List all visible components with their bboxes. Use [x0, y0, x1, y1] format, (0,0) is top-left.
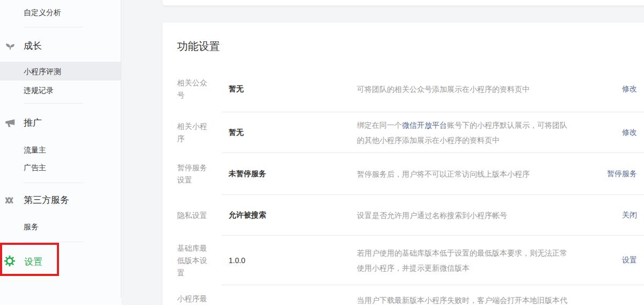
sidebar-section-promotion[interactable]: 推广 [24, 117, 42, 129]
row-description: 当用户下载最新版本小程序失败时，客户端会打开本地旧版本代 [357, 293, 574, 305]
table-row-miniprogram-min: 小程序最 当用户下载最新版本小程序失败时，客户端会打开本地旧版本代 [163, 285, 644, 305]
function-settings-card: 功能设置 相关公众号 暂无 可将团队的相关公众号添加展示在小程序的资料页中 修改… [163, 23, 644, 305]
row-description: 绑定在同一个微信开放平台账号下的小程序默认展示，可将团队的其他小程序添加展示在小… [357, 118, 574, 148]
row-value: 未暂停服务 [229, 169, 357, 179]
pause-service-link[interactable]: 暂停服务 [607, 169, 637, 179]
row-label: 小程序最 [177, 293, 207, 305]
highlight-box [0, 243, 59, 276]
table-row-pause-service: 暂停服务设置 未暂停服务 暂停服务后，用户将不可以正常访问线上版本小程序 暂停服… [163, 153, 644, 195]
row-value: 1.0.0 [229, 256, 357, 265]
row-value: 暂无 [229, 128, 357, 137]
sidebar-item-violation-records[interactable]: 违规记录 [24, 85, 54, 95]
row-description: 可将团队的相关公众号添加展示在小程序的资料页中 [357, 82, 574, 97]
table-row-related-miniprogram: 相关小程序 暂无 绑定在同一个微信开放平台账号下的小程序默认展示，可将团队的其他… [163, 112, 644, 153]
sidebar-border [121, 0, 121, 297]
wechat-open-platform-link[interactable]: 微信开放平台 [402, 121, 447, 129]
row-description: 暂停服务后，用户将不可以正常访问线上版本小程序 [357, 166, 574, 181]
third-party-icon [4, 195, 16, 207]
megaphone-icon [4, 118, 16, 129]
table-row-privacy-settings: 隐私设置 允许被搜索 设置是否允许用户通过名称搜索到小程序帐号 关闭 [163, 195, 644, 236]
row-label: 相关公众号 [177, 77, 209, 101]
modify-link[interactable]: 修改 [622, 84, 637, 94]
sidebar-divider [24, 242, 83, 242]
sidebar-item-service[interactable]: 服务 [24, 222, 39, 231]
sidebar-divider [24, 183, 83, 183]
sidebar-item-custom-analysis[interactable]: 自定义分析 [24, 8, 61, 17]
row-label: 隐私设置 [177, 209, 207, 222]
sidebar-item-traffic-owner[interactable]: 流量主 [24, 145, 46, 155]
row-label: 暂停服务设置 [177, 162, 209, 186]
sidebar-divider [24, 103, 83, 104]
row-label: 相关小程序 [177, 120, 209, 145]
row-description: 若用户使用的基础库版本低于设置的最低版本要求，则无法正常使用小程序，并提示更新微… [357, 245, 574, 275]
sidebar-section-third-party[interactable]: 第三方服务 [24, 194, 69, 206]
sidebar-section-growth[interactable]: 成长 [24, 40, 42, 52]
sidebar-item-advertiser[interactable]: 广告主 [24, 163, 46, 172]
description-text: 绑定在同一个 [357, 121, 402, 129]
sidebar: 自定义分析 成长 小程序评测 违规记录 推广 流量主 广告主 第三方服务 服务 [0, 0, 121, 305]
close-link[interactable]: 关闭 [622, 210, 637, 220]
sprout-icon [4, 41, 16, 53]
row-label: 基础库最低版本设置 [177, 242, 209, 279]
modify-link[interactable]: 修改 [622, 128, 637, 137]
row-value: 暂无 [229, 84, 357, 94]
table-row-related-official-account: 相关公众号 暂无 可将团队的相关公众号添加展示在小程序的资料页中 修改 [163, 66, 644, 112]
set-link[interactable]: 设置 [622, 256, 637, 265]
row-value: 允许被搜索 [229, 210, 357, 220]
page-title: 功能设置 [163, 23, 644, 66]
table-row-min-library-version: 基础库最低版本设置 1.0.0 若用户使用的基础库版本低于设置的最低版本要求，则… [163, 236, 644, 285]
sidebar-divider [24, 27, 83, 27]
row-description: 设置是否允许用户通过名称搜索到小程序帐号 [357, 208, 574, 223]
previous-card-edge [163, 0, 644, 5]
sidebar-item-miniprogram-evaluation[interactable]: 小程序评测 [24, 67, 61, 76]
